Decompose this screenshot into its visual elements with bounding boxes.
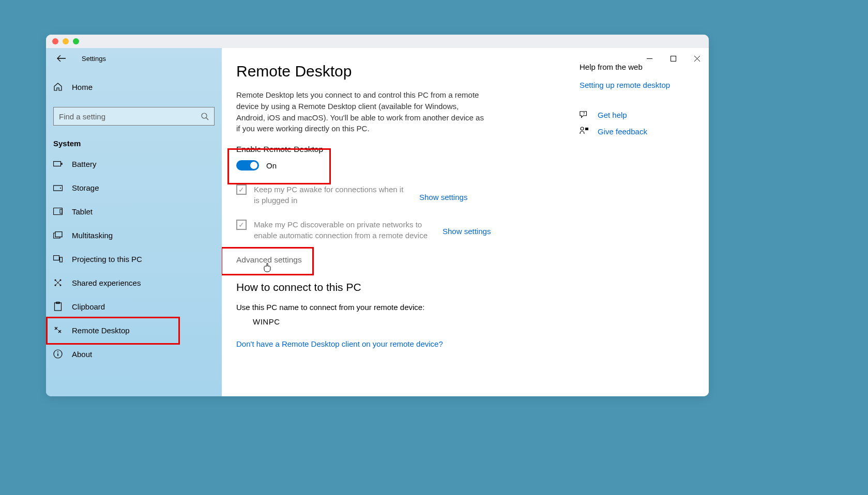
help-setup-link[interactable]: Setting up remote desktop bbox=[580, 81, 693, 89]
sidebar-item-label: Shared experiences bbox=[72, 279, 141, 287]
show-settings-link-1[interactable]: Show settings bbox=[419, 193, 467, 202]
checkmark-icon: ✓ bbox=[238, 221, 245, 228]
settings-window: Settings Home System Battery bbox=[46, 35, 709, 396]
give-feedback-link[interactable]: Give feedback bbox=[580, 127, 693, 136]
sidebar-item-shared-experiences[interactable]: Shared experiences bbox=[46, 271, 222, 295]
sidebar-item-about[interactable]: About bbox=[46, 342, 222, 366]
sidebar-item-tablet[interactable]: Tablet bbox=[46, 199, 222, 223]
sidebar-item-label: Clipboard bbox=[72, 302, 105, 311]
advanced-settings-link[interactable]: Advanced settings bbox=[236, 255, 302, 265]
mac-titlebar bbox=[46, 35, 709, 48]
search-icon bbox=[201, 112, 209, 120]
sidebar-item-projecting[interactable]: Projecting to this PC bbox=[46, 247, 222, 271]
sidebar-item-remote-desktop[interactable]: Remote Desktop bbox=[46, 318, 222, 342]
svg-point-4 bbox=[202, 113, 207, 118]
sidebar-item-battery[interactable]: Battery bbox=[46, 152, 222, 176]
toggle-title: Enable Remote Desktop bbox=[236, 145, 709, 154]
mac-maximize-icon[interactable] bbox=[73, 38, 79, 44]
pc-name-value: WINPC bbox=[253, 317, 709, 326]
back-button[interactable] bbox=[56, 53, 67, 64]
sidebar-item-label: Remote Desktop bbox=[72, 326, 130, 335]
discoverable-checkbox[interactable]: ✓ bbox=[236, 220, 247, 230]
svg-rect-7 bbox=[62, 163, 63, 165]
svg-point-9 bbox=[60, 188, 61, 189]
sidebar-section-header: System bbox=[53, 139, 215, 148]
multitasking-icon bbox=[53, 230, 63, 240]
svg-text:?: ? bbox=[583, 111, 585, 116]
sidebar-item-label: Projecting to this PC bbox=[72, 255, 142, 264]
svg-rect-12 bbox=[55, 232, 62, 237]
sidebar-item-storage[interactable]: Storage bbox=[46, 176, 222, 199]
sidebar-item-label: Battery bbox=[72, 160, 97, 168]
download-client-link[interactable]: Don't have a Remote Desktop client on yo… bbox=[236, 339, 443, 348]
svg-rect-28 bbox=[585, 128, 588, 130]
keep-awake-checkbox[interactable]: ✓ bbox=[236, 184, 247, 195]
minimize-button[interactable] bbox=[637, 48, 661, 69]
about-icon bbox=[53, 349, 63, 359]
svg-rect-13 bbox=[54, 256, 59, 260]
search-input[interactable] bbox=[59, 112, 201, 121]
tablet-icon bbox=[53, 207, 63, 216]
cursor-icon bbox=[263, 263, 271, 272]
sidebar: Settings Home System Battery bbox=[46, 48, 222, 396]
sidebar-item-multitasking[interactable]: Multitasking bbox=[46, 223, 222, 247]
checkmark-icon: ✓ bbox=[238, 186, 245, 193]
sidebar-home-label: Home bbox=[72, 83, 93, 91]
remote-desktop-toggle[interactable] bbox=[236, 160, 259, 171]
get-help-link[interactable]: ? Get help bbox=[580, 110, 693, 119]
help-icon: ? bbox=[580, 110, 589, 119]
svg-rect-11 bbox=[60, 209, 62, 213]
home-icon bbox=[53, 82, 63, 91]
sidebar-home[interactable]: Home bbox=[46, 76, 222, 98]
svg-rect-6 bbox=[54, 162, 61, 166]
battery-icon bbox=[53, 159, 63, 168]
sidebar-item-label: Multitasking bbox=[72, 231, 113, 240]
mac-minimize-icon[interactable] bbox=[63, 38, 69, 44]
app-title: Settings bbox=[82, 55, 106, 63]
shared-icon bbox=[53, 278, 63, 287]
toggle-state-label: On bbox=[266, 161, 277, 170]
advanced-settings-label: Advanced settings bbox=[236, 255, 302, 264]
maximize-button[interactable] bbox=[661, 48, 685, 69]
svg-rect-1 bbox=[671, 56, 676, 61]
how-to-connect-text: Use this PC name to connect from your re… bbox=[236, 303, 709, 312]
help-panel: Help from the web Setting up remote desk… bbox=[580, 63, 693, 143]
show-settings-link-2[interactable]: Show settings bbox=[443, 227, 491, 236]
svg-point-25 bbox=[57, 351, 58, 352]
keep-awake-label: Keep my PC awake for connections when it… bbox=[254, 184, 409, 206]
remote-desktop-icon bbox=[53, 326, 63, 335]
sidebar-item-label: Tablet bbox=[72, 207, 93, 216]
how-to-connect-title: How to connect to this PC bbox=[236, 281, 709, 293]
projecting-icon bbox=[53, 254, 63, 264]
clipboard-icon bbox=[53, 302, 63, 311]
storage-icon bbox=[53, 183, 63, 192]
svg-rect-21 bbox=[55, 303, 62, 311]
mac-close-icon[interactable] bbox=[52, 38, 58, 44]
sidebar-item-clipboard[interactable]: Clipboard bbox=[46, 295, 222, 318]
sidebar-item-label: Storage bbox=[72, 183, 99, 192]
svg-point-27 bbox=[581, 127, 584, 130]
give-feedback-label: Give feedback bbox=[598, 127, 647, 136]
svg-rect-14 bbox=[60, 257, 63, 262]
discoverable-label: Make my PC discoverable on private netwo… bbox=[254, 219, 432, 241]
close-button[interactable] bbox=[685, 48, 709, 69]
svg-line-5 bbox=[206, 118, 208, 120]
search-input-container[interactable] bbox=[53, 107, 215, 126]
page-description: Remote Desktop lets you connect to and c… bbox=[236, 89, 484, 134]
feedback-icon bbox=[580, 127, 589, 136]
sidebar-item-label: About bbox=[72, 350, 92, 359]
window-controls bbox=[637, 48, 709, 69]
svg-rect-10 bbox=[54, 208, 63, 215]
main-content: Remote Desktop Remote Desktop lets you c… bbox=[222, 48, 709, 396]
get-help-label: Get help bbox=[598, 111, 627, 119]
